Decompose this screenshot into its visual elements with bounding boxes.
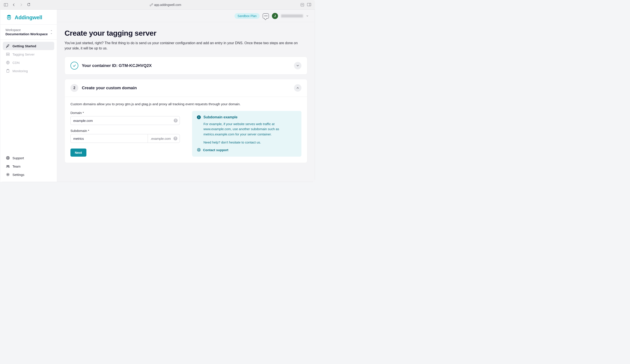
sidebar-toggle-icon[interactable] — [4, 3, 8, 6]
lifebuoy-icon — [6, 156, 10, 160]
chevron-up-down-icon: ⌃⌄ — [50, 30, 52, 34]
lifebuoy-icon — [197, 148, 201, 152]
step1-title: Your container ID: GTM-KCJHVQ2X — [82, 63, 152, 68]
top-header: Sandbox Plan J — [57, 10, 315, 22]
subdomain-suffix: .example.com ? — [148, 134, 180, 143]
svg-point-5 — [7, 17, 8, 18]
help-icon[interactable]: ? — [174, 118, 178, 122]
forward-icon — [20, 3, 23, 6]
team-icon — [6, 164, 10, 168]
info-box-text-2: Need help? don't hesitate to contact us. — [197, 140, 296, 145]
globe-icon — [6, 60, 10, 64]
sidebar-item-support[interactable]: Support — [3, 154, 54, 162]
workspace-selector[interactable]: Workspace Documentation Workspace ⌃⌄ — [0, 25, 57, 40]
plan-badge[interactable]: Sandbox Plan — [234, 13, 260, 19]
info-icon: i — [197, 115, 201, 119]
reader-icon[interactable] — [300, 3, 304, 6]
app-frame: Addingwell Workspace Documentation Works… — [0, 10, 315, 182]
collapse-step2-button[interactable] — [294, 84, 302, 92]
sidebar-item-label: CDN — [12, 61, 20, 64]
address-bar[interactable]: app.addingwell.com — [34, 3, 297, 6]
sidebar-item-label: Tagging Server — [12, 52, 34, 56]
domain-label: Domain * — [70, 111, 180, 114]
sidebar-footer: Support Team Settings — [0, 152, 57, 182]
rocket-icon — [6, 44, 10, 48]
sidebar-item-monitoring[interactable]: Monitoring — [3, 67, 54, 75]
sidebar-item-label: Monitoring — [12, 69, 28, 73]
sidebar-item-label: Team — [12, 164, 20, 168]
domain-input[interactable] — [70, 116, 180, 125]
chevron-down-icon[interactable] — [306, 15, 309, 17]
subdomain-label: Subdomain * — [70, 129, 180, 132]
contact-support-label: Contact support — [203, 148, 228, 152]
next-button[interactable]: Next — [70, 148, 86, 156]
sidebar-item-settings[interactable]: Settings — [3, 170, 54, 179]
sidebar: Addingwell Workspace Documentation Works… — [0, 10, 57, 182]
step2-card: 2 Create your custom domain Custom domai… — [64, 79, 307, 163]
brand-name: Addingwell — [15, 14, 42, 20]
svg-rect-7 — [6, 53, 10, 54]
svg-point-15 — [8, 166, 9, 166]
step2-header[interactable]: 2 Create your custom domain — [65, 79, 307, 97]
workspace-label: Workspace — [6, 28, 48, 32]
sidebar-item-team[interactable]: Team — [3, 162, 54, 170]
workspace-name: Documentation Workspace — [6, 32, 48, 36]
svg-point-18 — [198, 149, 200, 150]
sidebar-item-getting-started[interactable]: Getting Started — [3, 42, 54, 50]
svg-rect-2 — [301, 3, 304, 6]
avatar[interactable]: J — [272, 13, 278, 19]
svg-rect-0 — [4, 3, 8, 6]
reload-icon[interactable] — [27, 3, 30, 6]
step1-header[interactable]: Your container ID: GTM-KCJHVQ2X — [65, 57, 307, 74]
svg-rect-3 — [307, 3, 311, 6]
chevron-down-icon — [296, 64, 299, 67]
chat-icon[interactable] — [263, 13, 269, 18]
domain-form: Domain * ? Subdomain * .example.com ? — [70, 111, 180, 156]
page-description: You've just started, right? The first th… — [64, 40, 303, 51]
url-text: app.addingwell.com — [154, 3, 181, 6]
expand-step1-button[interactable] — [294, 62, 302, 69]
user-name-redacted — [281, 14, 303, 18]
page-title: Create your tagging server — [64, 29, 307, 38]
info-column: i Subdomain example For example, if your… — [192, 111, 302, 156]
sidebar-item-cdn[interactable]: CDN — [3, 58, 54, 67]
help-icon[interactable]: ? — [174, 136, 178, 140]
main-panel: Sandbox Plan J Create your tagging serve… — [57, 10, 315, 182]
browser-nav-icons — [4, 3, 30, 6]
check-circle-icon — [70, 62, 78, 70]
back-icon[interactable] — [12, 3, 15, 6]
info-box-title: Subdomain example — [204, 115, 238, 119]
gear-icon — [6, 172, 10, 176]
clipboard-icon — [6, 69, 10, 73]
sidebar-nav: Getting Started Tagging Server CDN Monit… — [0, 40, 57, 152]
info-box-text-1: For example, if your website serves web … — [197, 122, 296, 137]
sidebar-item-label: Support — [12, 156, 24, 160]
tabs-icon[interactable] — [307, 3, 311, 6]
step2-body: Custom domains allow you to proxy gtm.js… — [65, 97, 307, 163]
subdomain-input[interactable] — [70, 134, 148, 143]
svg-point-6 — [10, 17, 11, 18]
chevron-up-icon — [296, 86, 299, 90]
step1-card: Your container ID: GTM-KCJHVQ2X — [64, 57, 307, 74]
step2-title: Create your custom domain — [82, 86, 137, 90]
sidebar-item-label: Settings — [12, 173, 24, 176]
svg-rect-8 — [6, 54, 10, 56]
subdomain-info-box: i Subdomain example For example, if your… — [192, 111, 302, 156]
sidebar-item-label: Getting Started — [12, 44, 36, 48]
step2-description: Custom domains allow you to proxy gtm.js… — [70, 102, 302, 106]
svg-point-14 — [7, 166, 8, 166]
step-number-badge: 2 — [70, 84, 78, 92]
browser-toolbar: app.addingwell.com — [0, 0, 315, 10]
contact-support-link[interactable]: Contact support — [197, 148, 296, 152]
svg-point-13 — [7, 157, 8, 158]
link-icon — [150, 3, 153, 6]
server-icon — [6, 52, 10, 56]
browser-right-icons — [300, 3, 311, 6]
content-area: Create your tagging server You've just s… — [57, 22, 315, 174]
svg-point-16 — [8, 174, 8, 175]
sidebar-item-tagging-server[interactable]: Tagging Server — [3, 50, 54, 58]
logo-icon — [6, 14, 12, 21]
brand-logo[interactable]: Addingwell — [0, 10, 57, 25]
